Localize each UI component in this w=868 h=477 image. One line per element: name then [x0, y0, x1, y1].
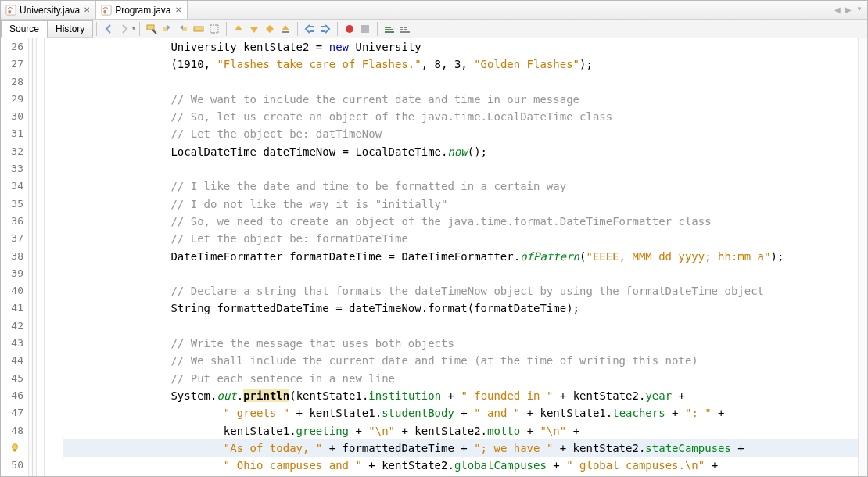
svg-rect-15 [361, 25, 369, 33]
code-editor[interactable]: 2627282930313233343536373839404142434445… [1, 38, 867, 477]
diff-gutter [37, 38, 45, 477]
svg-rect-22 [400, 29, 403, 30]
find-selection-button[interactable] [145, 22, 159, 36]
svg-rect-19 [400, 31, 410, 33]
toggle-rect-select-button[interactable] [207, 22, 221, 36]
svg-rect-13 [321, 30, 325, 32]
svg-rect-12 [321, 26, 325, 27]
lightbulb-icon[interactable] [9, 443, 20, 456]
bookmark-list-button[interactable] [278, 22, 292, 36]
svg-rect-23 [404, 29, 407, 30]
arrow-right-icon[interactable]: ▶ [845, 5, 852, 14]
forward-button[interactable] [117, 22, 131, 36]
tab-label: University.java [20, 5, 80, 16]
svg-rect-11 [310, 30, 314, 32]
fold-gutter [29, 38, 37, 477]
svg-rect-2 [102, 5, 111, 14]
back-button[interactable] [102, 22, 116, 36]
code-area[interactable]: University kentState2 = new University (… [63, 38, 867, 477]
stop-macro-button[interactable] [358, 22, 372, 36]
svg-rect-0 [6, 5, 16, 14]
start-macro-button[interactable] [343, 22, 357, 36]
view-tab-source[interactable]: Source [1, 20, 48, 38]
editor-toolbar: Source History ▾ [1, 20, 867, 38]
svg-rect-8 [210, 25, 218, 33]
svg-rect-17 [385, 27, 391, 28]
svg-rect-1 [9, 10, 12, 13]
svg-rect-9 [282, 31, 289, 33]
java-file-icon [101, 5, 112, 16]
find-prev-button[interactable] [160, 22, 174, 36]
svg-rect-25 [13, 450, 16, 452]
svg-rect-21 [404, 27, 407, 28]
svg-rect-3 [104, 10, 107, 13]
tab-scroll-arrows: ◀ ▶ ▼ [834, 5, 867, 14]
shift-left-button[interactable] [303, 22, 317, 36]
svg-rect-10 [310, 26, 314, 27]
svg-rect-16 [385, 31, 394, 33]
editor-tab-bar: University.java ✕ Program.java ✕ ◀ ▶ ▼ [1, 1, 867, 20]
tab-university[interactable]: University.java ✕ [1, 1, 96, 19]
java-file-icon [5, 5, 16, 16]
svg-rect-4 [147, 25, 154, 30]
close-icon[interactable]: ✕ [83, 6, 91, 14]
find-next-button[interactable] [176, 22, 190, 36]
dropdown-icon[interactable]: ▼ [856, 5, 863, 14]
toggle-bookmark-button[interactable] [263, 22, 277, 36]
svg-rect-18 [385, 29, 393, 30]
error-stripe[interactable] [858, 38, 867, 477]
uncomment-button[interactable] [398, 22, 412, 36]
toggle-highlight-button[interactable] [192, 22, 206, 36]
svg-point-14 [346, 25, 353, 33]
comment-button[interactable] [382, 22, 396, 36]
svg-rect-7 [194, 27, 203, 31]
annotation-gutter [45, 38, 63, 477]
line-number-gutter: 2627282930313233343536373839404142434445… [1, 38, 29, 477]
svg-point-24 [13, 444, 18, 450]
close-icon[interactable]: ✕ [174, 6, 182, 14]
tab-program[interactable]: Program.java ✕ [96, 1, 187, 19]
arrow-left-icon[interactable]: ◀ [834, 5, 841, 14]
svg-rect-20 [400, 27, 403, 28]
next-bookmark-button[interactable] [247, 22, 261, 36]
view-tab-history[interactable]: History [47, 20, 93, 38]
tab-label: Program.java [115, 5, 170, 16]
prev-bookmark-button[interactable] [231, 22, 246, 36]
shift-right-button[interactable] [318, 22, 332, 36]
